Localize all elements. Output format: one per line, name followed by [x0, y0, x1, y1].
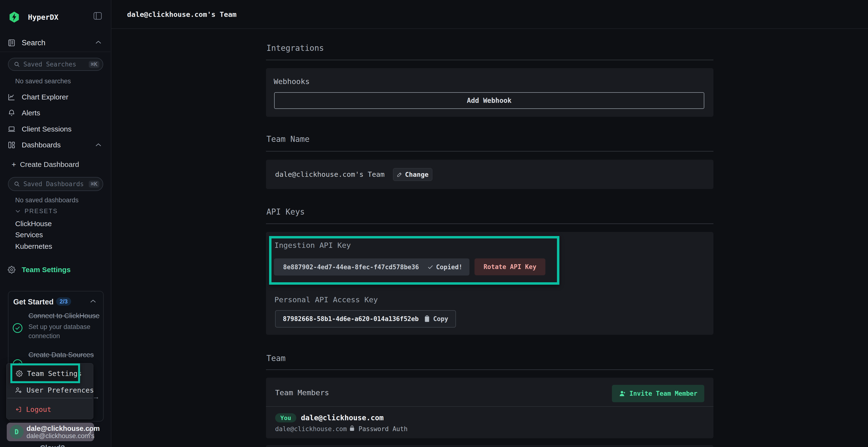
add-webhook-label: Add Webhook [467, 97, 512, 105]
get-started-item-title: Connect to ClickHouse [28, 311, 100, 321]
avatar: D [10, 425, 24, 439]
annotation-highlight-menu [10, 364, 80, 383]
saved-searches-placeholder: Saved Searches [23, 61, 85, 68]
account-subtitle: dale@clickhouse.com's [27, 432, 94, 440]
saved-searches-input[interactable]: Saved Searches ⌘K [8, 58, 103, 71]
menu-item-label: User Preferences [27, 386, 94, 394]
add-webhook-button[interactable]: Add Webhook [274, 92, 704, 109]
presets-label: PRESETS [25, 208, 58, 215]
cloud-footer-fragment[interactable]: Cloud? [40, 444, 65, 447]
plus-icon: + [11, 160, 16, 169]
search-section-icon [8, 39, 16, 47]
next-card-edge [266, 445, 713, 447]
sidebar-item-clickhouse[interactable]: ClickHouse [15, 220, 52, 228]
no-saved-dashboards-text: No saved dashboards [15, 197, 79, 204]
brand-title: HyperDX [28, 11, 58, 23]
get-started-item-title: Create Data Sources [28, 350, 100, 360]
sidebar-item-team-settings[interactable]: Team Settings [0, 264, 111, 276]
presets-toggle[interactable]: PRESETS [16, 208, 58, 215]
copy-label: Copy [433, 315, 448, 322]
clipboard-icon [424, 315, 430, 322]
member-name: dale@clickhouse.com [301, 414, 383, 422]
change-team-name-button[interactable]: Change [393, 168, 432, 181]
sidebar-item-label: Client Sessions [22, 125, 72, 133]
menu-divider [7, 398, 92, 398]
bell-icon [8, 109, 16, 117]
sidebar-item-label: Search [22, 38, 45, 47]
logout-icon [15, 406, 22, 413]
section-title-team: Team [267, 353, 285, 363]
sidebar-item-kubernetes[interactable]: Kubernetes [15, 242, 52, 250]
personal-api-key-value: 87982668-58b1-4d6e-a620-014a136f52eb [283, 315, 419, 322]
personal-api-key-label: Personal API Access Key [274, 295, 378, 304]
shortcut-badge: ⌘K [89, 181, 99, 187]
create-dashboard-button[interactable]: + Create Dashboard [0, 158, 111, 171]
get-started-progress-badge: 2/3 [56, 298, 71, 306]
chart-icon [8, 93, 16, 101]
sidebar-divider [0, 51, 111, 52]
section-divider [266, 370, 713, 370]
chevron-up-icon[interactable] [95, 143, 101, 146]
saved-dashboards-input[interactable]: Saved Dashboards ⌘K [8, 177, 103, 191]
card-divider [266, 406, 713, 407]
sidebar-item-label: Dashboards [22, 141, 61, 149]
check-circle-icon [13, 323, 23, 333]
sidebar-item-dashboards[interactable]: Dashboards [0, 139, 111, 151]
chevron-up-icon[interactable] [95, 40, 101, 44]
annotation-highlight-ingestion-key [269, 236, 559, 285]
team-name-value: dale@clickhouse.com's Team [275, 160, 384, 189]
sidebar-item-alerts[interactable]: Alerts [0, 107, 111, 119]
section-title-team-name: Team Name [267, 134, 310, 144]
sidebar-item-search[interactable]: Search [0, 36, 111, 49]
member-email: dale@clickhouse.com [275, 425, 347, 433]
section-divider [266, 151, 713, 151]
chevron-up-icon[interactable] [90, 299, 96, 303]
sidebar-item-chart-explorer[interactable]: Chart Explorer [0, 91, 111, 103]
gear-icon [8, 266, 16, 274]
get-started-item[interactable]: Connect to ClickHouse Set up your databa… [28, 311, 100, 341]
get-started-title[interactable]: Get Started [13, 298, 54, 306]
team-members-title: Team Members [275, 388, 329, 397]
sidebar-item-client-sessions[interactable]: Client Sessions [0, 123, 111, 135]
sidebar-item-services[interactable]: Services [15, 231, 43, 239]
you-badge: You [275, 413, 296, 422]
lock-icon [349, 425, 355, 432]
chevron-right-icon [88, 428, 92, 435]
webhooks-title: Webhooks [274, 77, 310, 86]
no-saved-searches-text: No saved searches [15, 77, 71, 85]
invite-team-member-label: Invite Team Member [629, 390, 698, 397]
team-settings-link-label: Team Settings [22, 266, 71, 274]
change-label: Change [405, 171, 429, 178]
search-icon [14, 61, 20, 67]
chevron-down-icon [16, 210, 20, 213]
shortcut-badge: ⌘K [89, 61, 99, 68]
section-title-api-keys: API Keys [267, 207, 305, 216]
sidebar-item-label: Alerts [22, 109, 40, 117]
member-auth-method: Password Auth [359, 425, 408, 433]
personal-api-key-chip[interactable]: 87982668-58b1-4d6e-a620-014a136f52eb Cop… [275, 310, 456, 328]
sidebar: HyperDX Search Saved Searches ⌘K No save… [0, 0, 112, 447]
create-dashboard-label: Create Dashboard [20, 161, 79, 169]
search-icon [14, 181, 20, 187]
dashboard-grid-icon [8, 141, 16, 149]
menu-item-user-preferences[interactable]: User Preferences [15, 383, 94, 397]
saved-dashboards-placeholder: Saved Dashboards [23, 180, 85, 187]
user-gear-icon [15, 386, 22, 394]
menu-item-logout[interactable]: Logout [15, 403, 51, 416]
laptop-icon [8, 125, 16, 133]
page-title: dale@clickhouse.com's Team [127, 0, 237, 29]
collapse-sidebar-icon[interactable] [94, 12, 102, 20]
section-divider [266, 60, 713, 60]
menu-item-label: Logout [26, 405, 51, 414]
get-started-item-subtitle: Set up your database connection [28, 322, 100, 341]
sidebar-item-label: Chart Explorer [22, 93, 68, 101]
user-plus-icon [619, 390, 626, 397]
hyperdx-logo-icon [9, 11, 19, 23]
section-title-integrations: Integrations [267, 43, 324, 53]
section-divider [266, 224, 713, 224]
invite-team-member-button[interactable]: Invite Team Member [612, 385, 704, 402]
pencil-icon [397, 172, 402, 177]
